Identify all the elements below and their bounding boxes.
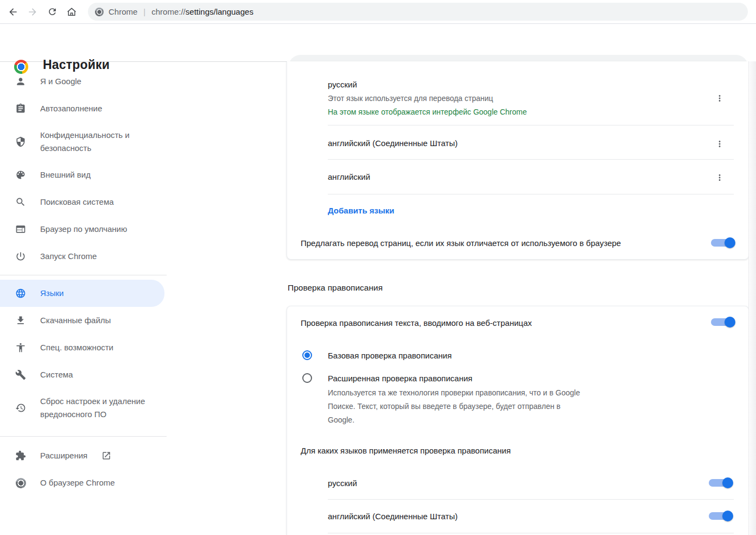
sidebar-item-appearance[interactable]: Внешний вид bbox=[0, 161, 167, 188]
sidebar-divider bbox=[0, 436, 167, 437]
address-url-path: settings/languages bbox=[186, 7, 253, 16]
add-languages-button[interactable]: Добавить языки bbox=[328, 206, 395, 215]
address-bar[interactable]: Chrome | chrome://settings/languages bbox=[88, 3, 748, 21]
search-engine-icon bbox=[15, 197, 26, 207]
basic-spellcheck-radio[interactable] bbox=[302, 350, 312, 360]
sidebar-item-label: О браузере Chrome bbox=[40, 476, 115, 489]
spellcheck-languages-label: Для каких языков применяется проверка пр… bbox=[301, 446, 511, 455]
scrollbar[interactable] bbox=[748, 61, 756, 535]
address-url-scheme: chrome:// bbox=[151, 7, 186, 16]
languages-card: русский Этот язык используется для перев… bbox=[287, 61, 749, 260]
toggle-thumb bbox=[725, 317, 735, 328]
sidebar-item-label: Система bbox=[40, 368, 73, 381]
divider bbox=[328, 159, 734, 160]
kebab-icon bbox=[715, 93, 725, 103]
power-icon bbox=[15, 251, 26, 262]
home-button[interactable] bbox=[62, 2, 81, 22]
language-row-name: английский bbox=[328, 172, 370, 181]
language-row-name: английский (Соединенные Штаты) bbox=[328, 139, 458, 148]
sidebar-item-label: Языки bbox=[40, 287, 63, 300]
sidebar-item-autofill[interactable]: Автозаполнение bbox=[0, 95, 167, 122]
offer-translate-label: Предлагать перевод страниц, если их язык… bbox=[301, 238, 681, 248]
clipboard-icon bbox=[15, 103, 26, 114]
sidebar-item-label: Я и Google bbox=[40, 75, 81, 88]
address-separator: | bbox=[143, 7, 145, 16]
person-icon bbox=[15, 76, 26, 87]
chrome-settings-window: Chrome | chrome://settings/languages Нас… bbox=[0, 0, 756, 535]
spellcheck-card: Проверка правописания текста, вводимого … bbox=[287, 306, 749, 535]
sidebar-item-label: Браузер по умолчанию bbox=[40, 223, 127, 236]
enhanced-spellcheck-description: Используется та же технология проверки п… bbox=[328, 386, 653, 427]
sidebar-item-languages[interactable]: Языки bbox=[0, 280, 164, 307]
divider bbox=[328, 125, 734, 125]
sidebar-item-label: Конфиденциальность и безопасность bbox=[40, 129, 158, 155]
sidebar-item-label: Поисковая система bbox=[40, 196, 114, 209]
forward-button[interactable] bbox=[23, 2, 42, 22]
sidebar-item-system[interactable]: Система bbox=[0, 361, 167, 388]
divider bbox=[328, 499, 734, 500]
language-row-name: русский bbox=[328, 80, 357, 89]
language-ui-note: На этом языке отображается интерфейс Goo… bbox=[328, 108, 527, 116]
reload-button[interactable] bbox=[42, 2, 62, 22]
puzzle-icon bbox=[15, 450, 26, 461]
description-line: Используется та же технология проверки п… bbox=[328, 386, 653, 400]
kebab-icon bbox=[715, 139, 725, 149]
shield-icon bbox=[15, 136, 26, 147]
description-line: Поиске. Текст, который вы введете в брау… bbox=[328, 400, 653, 413]
sidebar-item-reset[interactable]: Сброс настроек и удаление вредоносного П… bbox=[0, 388, 167, 427]
globe-icon bbox=[15, 288, 26, 299]
sidebar-item-on-startup[interactable]: Запуск Chrome bbox=[0, 243, 167, 270]
sidebar-item-about-chrome[interactable]: О браузере Chrome bbox=[0, 469, 167, 496]
spellcheck-section-title: Проверка правописания bbox=[288, 283, 383, 293]
description-line: Google. bbox=[328, 413, 653, 427]
spellcheck-language-name: русский bbox=[328, 479, 357, 488]
offer-translate-toggle[interactable] bbox=[711, 237, 735, 248]
download-icon bbox=[15, 315, 26, 326]
chrome-gray-icon bbox=[15, 477, 26, 488]
wrench-icon bbox=[15, 369, 26, 380]
sidebar-item-default-browser[interactable]: Браузер по умолчанию bbox=[0, 216, 167, 243]
sidebar-item-label: Сброс настроек и удаление вредоносного П… bbox=[40, 395, 158, 421]
basic-spellcheck-label: Базовая проверка правописания bbox=[328, 351, 452, 360]
sidebar-item-extensions[interactable]: Расширения bbox=[0, 442, 167, 469]
sidebar-item-label: Автозаполнение bbox=[40, 102, 102, 115]
sidebar-item-accessibility[interactable]: Спец. возможности bbox=[0, 334, 167, 361]
forward-icon bbox=[27, 7, 38, 17]
reload-icon bbox=[47, 7, 58, 17]
language-menu-button[interactable] bbox=[713, 171, 726, 184]
browser-toolbar: Chrome | chrome://settings/languages bbox=[0, 0, 756, 24]
sidebar-item-label: Внешний вид bbox=[40, 168, 91, 181]
enhanced-spellcheck-radio[interactable] bbox=[302, 373, 312, 383]
sidebar-item-label: Спец. возможности bbox=[40, 341, 113, 354]
spellcheck-language-name: английский (Соединенные Штаты) bbox=[328, 512, 458, 521]
enhanced-spellcheck-label: Расширенная проверка правописания bbox=[328, 374, 472, 383]
language-menu-button[interactable] bbox=[713, 137, 726, 150]
toggle-thumb bbox=[722, 511, 733, 521]
sidebar-item-label: Скачанные файлы bbox=[40, 314, 111, 327]
sidebar-divider bbox=[0, 275, 167, 275]
toggle-thumb bbox=[722, 477, 733, 488]
kebab-icon bbox=[715, 173, 725, 182]
sidebar-item-privacy-security[interactable]: Конфиденциальность и безопасность bbox=[0, 122, 167, 161]
spellcheck-enable-toggle[interactable] bbox=[711, 317, 735, 328]
history-restore-icon bbox=[15, 402, 26, 413]
divider bbox=[328, 533, 734, 533]
back-icon bbox=[8, 7, 18, 17]
sidebar-item-label: Расширения bbox=[40, 449, 87, 462]
external-link-icon bbox=[101, 451, 111, 461]
accessibility-icon bbox=[15, 342, 26, 353]
sidebar-item-you-and-google[interactable]: Я и Google bbox=[0, 68, 167, 95]
back-button[interactable] bbox=[3, 2, 23, 22]
chrome-page-icon bbox=[95, 8, 104, 16]
language-menu-button[interactable] bbox=[713, 92, 726, 105]
sidebar-nav: Я и Google Автозаполнение Конфиденциальн… bbox=[0, 61, 167, 496]
sidebar-item-label: Запуск Chrome bbox=[40, 250, 97, 263]
spellcheck-language-toggle[interactable] bbox=[709, 511, 733, 521]
sidebar-item-downloads[interactable]: Скачанные файлы bbox=[0, 307, 167, 334]
sidebar-item-search-engine[interactable]: Поисковая система bbox=[0, 188, 167, 216]
palette-icon bbox=[15, 169, 26, 180]
spellcheck-language-toggle[interactable] bbox=[709, 477, 733, 488]
browser-window-icon bbox=[15, 224, 26, 235]
home-icon bbox=[66, 7, 77, 17]
spellcheck-enable-label: Проверка правописания текста, вводимого … bbox=[301, 318, 648, 328]
